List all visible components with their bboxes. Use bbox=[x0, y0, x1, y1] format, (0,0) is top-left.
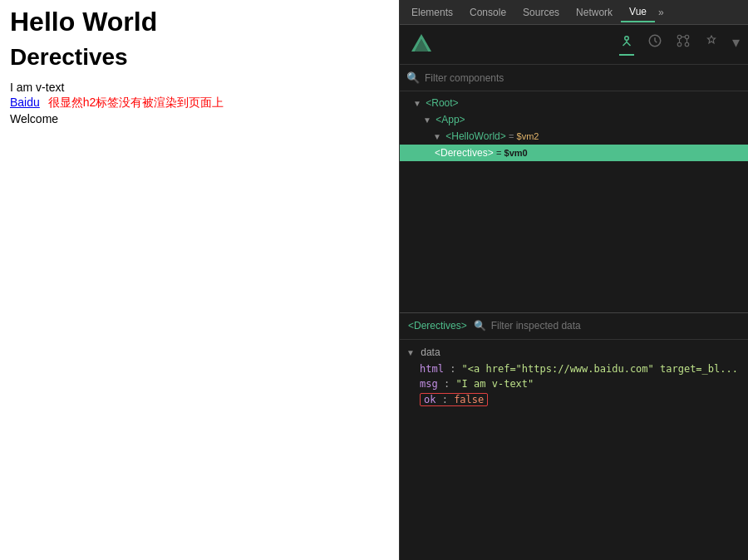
data-group-label[interactable]: ▼ data bbox=[406, 343, 741, 361]
search-icon: 🔍 bbox=[406, 71, 420, 84]
tree-derectives[interactable]: <Derectives> = $vm0 bbox=[400, 145, 748, 161]
timeline-icon[interactable] bbox=[647, 33, 662, 56]
tab-network[interactable]: Network bbox=[568, 3, 621, 22]
inspector-search-icon: 🔍 bbox=[474, 320, 486, 332]
data-row-html: html : "<a href="https://www.baidu.com" … bbox=[406, 361, 741, 376]
tab-vue[interactable]: Vue bbox=[621, 2, 655, 22]
tab-sources[interactable]: Sources bbox=[514, 3, 568, 22]
page-title: Hello World bbox=[10, 7, 389, 37]
settings-icon[interactable] bbox=[704, 33, 719, 56]
svg-line-5 bbox=[627, 42, 631, 47]
msg-key: msg bbox=[420, 378, 438, 390]
tree-helloworld[interactable]: ▼ <HelloWorld> = $vm2 bbox=[400, 128, 748, 145]
data-group-arrow: ▼ bbox=[406, 348, 415, 357]
svg-point-3 bbox=[625, 37, 629, 41]
tab-console[interactable]: Console bbox=[461, 3, 514, 22]
component-inspector-icon[interactable] bbox=[619, 33, 634, 56]
svg-point-11 bbox=[685, 42, 689, 47]
vue-toolbar: ▾ bbox=[400, 25, 748, 65]
tab-elements[interactable]: Elements bbox=[403, 3, 461, 22]
data-row-msg: msg : "I am v-text" bbox=[406, 376, 741, 391]
app-component-name: <App> bbox=[436, 114, 465, 125]
derectives-component-name: <Derectives> bbox=[435, 147, 494, 159]
vue-logo-icon bbox=[408, 32, 435, 58]
baidu-link[interactable]: Baidu bbox=[10, 96, 40, 109]
v-text-content: I am v-text bbox=[10, 81, 389, 94]
ok-value: false bbox=[454, 394, 484, 405]
more-tabs-icon[interactable]: » bbox=[655, 3, 667, 22]
tree-arrow-helloworld: ▼ bbox=[433, 132, 441, 141]
chevron-down-icon[interactable]: ▾ bbox=[732, 33, 740, 56]
root-component-name: <Root> bbox=[426, 97, 458, 109]
html-value: "<a href="https://www.baidu.com" target=… bbox=[462, 363, 738, 375]
page-subtitle: Derectives bbox=[10, 44, 389, 71]
svg-point-10 bbox=[677, 42, 682, 47]
svg-point-8 bbox=[677, 35, 682, 39]
filter-bar: 🔍 bbox=[400, 65, 748, 91]
msg-value: "I am v-text" bbox=[455, 378, 534, 390]
svg-point-9 bbox=[685, 35, 689, 39]
devtools-panel: Elements Console Sources Network Vue » bbox=[399, 0, 748, 560]
vuex-icon[interactable] bbox=[676, 33, 691, 56]
filter-inspected-input[interactable] bbox=[491, 320, 616, 332]
welcome-text: Welcome bbox=[10, 112, 389, 125]
svg-line-4 bbox=[623, 42, 627, 47]
filter-components-input[interactable] bbox=[425, 72, 741, 84]
inspector-header: <Derectives> 🔍 bbox=[400, 313, 748, 340]
ok-highlighted-box: ok : false bbox=[420, 393, 488, 406]
component-tree: ▼ <Root> ▼ <App> ▼ <HelloWorld> = $vm2 <… bbox=[400, 91, 748, 312]
tree-arrow-app: ▼ bbox=[423, 115, 431, 125]
tree-arrow-root: ▼ bbox=[413, 99, 421, 108]
tree-app[interactable]: ▼ <App> bbox=[400, 111, 748, 128]
helloworld-component-name: <HelloWorld> bbox=[445, 130, 505, 142]
annotation-text: 很显然h2标签没有被渲染到页面上 bbox=[48, 96, 224, 111]
devtools-tabs-bar: Elements Console Sources Network Vue » bbox=[400, 0, 748, 25]
data-section: ▼ data html : "<a href="https://www.baid… bbox=[400, 340, 748, 561]
inspector-component-name: <Derectives> bbox=[408, 320, 467, 332]
helloworld-vm-label: $vm2 bbox=[517, 131, 539, 141]
data-row-ok: ok : false bbox=[406, 391, 741, 408]
vue-toolbar-icons: ▾ bbox=[619, 33, 740, 56]
tree-root[interactable]: ▼ <Root> bbox=[400, 95, 748, 111]
derectives-vm-label: $vm0 bbox=[504, 148, 528, 158]
ok-key: ok bbox=[424, 394, 436, 405]
svg-marker-15 bbox=[708, 36, 716, 43]
left-panel: Hello World Derectives I am v-text Baidu… bbox=[0, 0, 399, 560]
html-key: html bbox=[420, 363, 444, 375]
data-group-name: data bbox=[421, 346, 440, 358]
